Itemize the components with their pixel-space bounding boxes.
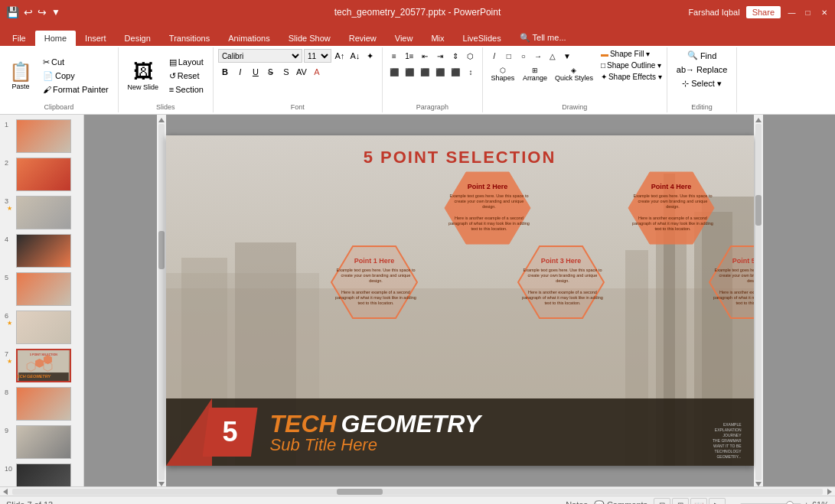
- redo-icon[interactable]: ↪: [38, 6, 47, 18]
- vscroll-thumb[interactable]: [158, 231, 165, 269]
- thumb-img-8[interactable]: [16, 387, 71, 421]
- thumb-img-5[interactable]: [16, 272, 71, 306]
- thumb-img-4[interactable]: [16, 234, 71, 268]
- vscroll-right-thumb[interactable]: [755, 195, 762, 226]
- italic-button[interactable]: I: [233, 65, 247, 79]
- slide-thumb-9[interactable]: 9: [3, 424, 80, 460]
- thumb-img-7[interactable]: 5 POINT SELECTION TECH GEOMETRY: [16, 349, 71, 382]
- thumb-img-1[interactable]: [16, 119, 71, 153]
- tab-animations[interactable]: Animations: [219, 31, 279, 46]
- slide-thumb-4[interactable]: 4: [3, 232, 80, 269]
- tab-review[interactable]: Review: [340, 31, 386, 46]
- vscroll-left[interactable]: [157, 115, 166, 486]
- slideshow-button[interactable]: ▶: [709, 498, 726, 504]
- find-button[interactable]: 🔍 Find: [683, 49, 721, 62]
- close-button[interactable]: ✕: [819, 8, 829, 18]
- share-button[interactable]: Share: [746, 6, 781, 18]
- arrange-button[interactable]: ⊞ Arrange: [520, 65, 550, 83]
- font-color-button[interactable]: A: [310, 65, 324, 79]
- char-spacing-button[interactable]: AV: [295, 65, 308, 79]
- convert-to-smartart-button[interactable]: ⬡: [464, 49, 478, 63]
- underline-button[interactable]: U: [249, 65, 263, 79]
- font-family-select[interactable]: Calibri: [218, 49, 302, 63]
- customize-icon[interactable]: ▼: [51, 7, 60, 18]
- numbering-button[interactable]: 1≡: [403, 49, 416, 63]
- maximize-button[interactable]: □: [803, 8, 813, 18]
- tab-mix[interactable]: Mix: [422, 31, 453, 46]
- thumb-img-2[interactable]: [16, 158, 71, 191]
- align-center-button[interactable]: ⬛: [403, 65, 416, 79]
- shape-line[interactable]: /: [488, 49, 501, 63]
- select-button[interactable]: ⊹ Select ▾: [677, 77, 726, 90]
- paste-button[interactable]: 📋 Paste: [5, 58, 37, 93]
- tab-tellme[interactable]: 🔍 Tell me...: [510, 30, 576, 46]
- slide-thumb-2[interactable]: 2: [3, 156, 80, 193]
- thumb-img-9[interactable]: [16, 425, 71, 459]
- shape-arrow[interactable]: →: [531, 49, 545, 63]
- thumb-img-3[interactable]: [16, 196, 71, 229]
- align-left-button[interactable]: ⬛: [387, 65, 401, 79]
- shape-rect[interactable]: □: [502, 49, 516, 63]
- decrease-indent-button[interactable]: ⇤: [418, 49, 432, 63]
- tab-liveslides[interactable]: LiveSlides: [454, 31, 510, 46]
- clear-format-button[interactable]: ✦: [364, 49, 377, 63]
- section-button[interactable]: ≡ Section: [165, 83, 208, 96]
- columns-button[interactable]: ⬛: [448, 65, 462, 79]
- slide-thumb-1[interactable]: 1: [3, 118, 80, 154]
- shape-circle[interactable]: ○: [517, 49, 530, 63]
- shape-more[interactable]: ▼: [560, 49, 574, 63]
- subtitle-label[interactable]: Sub Title Here: [270, 435, 481, 455]
- shadow-button[interactable]: S: [279, 65, 293, 79]
- shape-outline-button[interactable]: □ Shape Outline ▾: [601, 60, 662, 70]
- slide-thumb-3[interactable]: 3 ★: [3, 194, 80, 231]
- undo-icon[interactable]: ↩: [24, 6, 33, 18]
- text-direction-button[interactable]: ⇕: [448, 49, 462, 63]
- shape-triangle[interactable]: △: [546, 49, 559, 63]
- new-slide-button[interactable]: 🖼 New Slide: [123, 60, 163, 91]
- tab-design[interactable]: Design: [116, 31, 160, 46]
- quick-styles-button[interactable]: ◈ Quick Styles: [552, 65, 596, 83]
- normal-view-button[interactable]: ⊟: [654, 498, 670, 504]
- slide-sorter-button[interactable]: ⊞: [672, 498, 689, 504]
- font-size-select[interactable]: 11: [304, 49, 331, 63]
- tab-file[interactable]: File: [3, 31, 35, 46]
- slide-thumb-10[interactable]: 10: [3, 462, 80, 486]
- replace-button[interactable]: ab→ Replace: [672, 63, 732, 76]
- vscroll-right[interactable]: [754, 115, 763, 486]
- scroll-down-right[interactable]: [755, 482, 762, 486]
- slide-thumb-7[interactable]: 7 ★ 5 POINT SELECTION TECH GEOMETRY: [3, 347, 80, 384]
- cut-button[interactable]: ✂ Cut: [38, 56, 113, 69]
- slide-title[interactable]: 5 POINT SELECTION: [364, 148, 556, 167]
- slide-thumb-5[interactable]: 5: [3, 271, 80, 307]
- justify-button[interactable]: ⬛: [433, 65, 447, 79]
- tab-view[interactable]: View: [386, 31, 422, 46]
- layout-button[interactable]: ▤ Layout: [165, 56, 208, 69]
- hscroll-thumb[interactable]: [337, 489, 383, 495]
- font-decrease-button[interactable]: A↓: [348, 49, 362, 63]
- save-icon[interactable]: 💾: [6, 6, 19, 18]
- format-painter-button[interactable]: 🖌 Format Painter: [38, 83, 113, 96]
- slide-thumb-6[interactable]: 6 ★: [3, 309, 80, 346]
- zoom-handle[interactable]: [786, 501, 794, 504]
- increase-indent-button[interactable]: ⇥: [433, 49, 447, 63]
- comments-button[interactable]: 💬 Comments: [594, 500, 647, 505]
- vscroll-track[interactable]: [158, 124, 165, 480]
- shape-effects-button[interactable]: ✦ Shape Effects ▾: [601, 72, 662, 82]
- tab-transitions[interactable]: Transitions: [160, 31, 219, 46]
- hscroll-left-arrow[interactable]: [3, 489, 8, 495]
- notes-button[interactable]: Notes: [566, 500, 588, 504]
- reset-button[interactable]: ↺ Reset: [165, 70, 208, 83]
- zoom-in-button[interactable]: +: [804, 500, 809, 504]
- shapes-button[interactable]: ⬡ Shapes: [488, 65, 518, 83]
- tab-insert[interactable]: Insert: [76, 31, 116, 46]
- hscroll-bar[interactable]: [0, 486, 835, 496]
- reading-view-button[interactable]: 📖: [690, 498, 707, 504]
- scroll-down-arrow[interactable]: [158, 482, 165, 486]
- bullets-button[interactable]: ≡: [387, 49, 401, 63]
- hscroll-right-arrow[interactable]: [827, 489, 832, 495]
- tab-home[interactable]: Home: [35, 31, 76, 46]
- strikethrough-button[interactable]: S̶: [264, 65, 278, 79]
- align-right-button[interactable]: ⬛: [418, 65, 432, 79]
- shape-fill-button[interactable]: ▬ Shape Fill ▾: [601, 49, 662, 59]
- bold-button[interactable]: B: [218, 65, 232, 79]
